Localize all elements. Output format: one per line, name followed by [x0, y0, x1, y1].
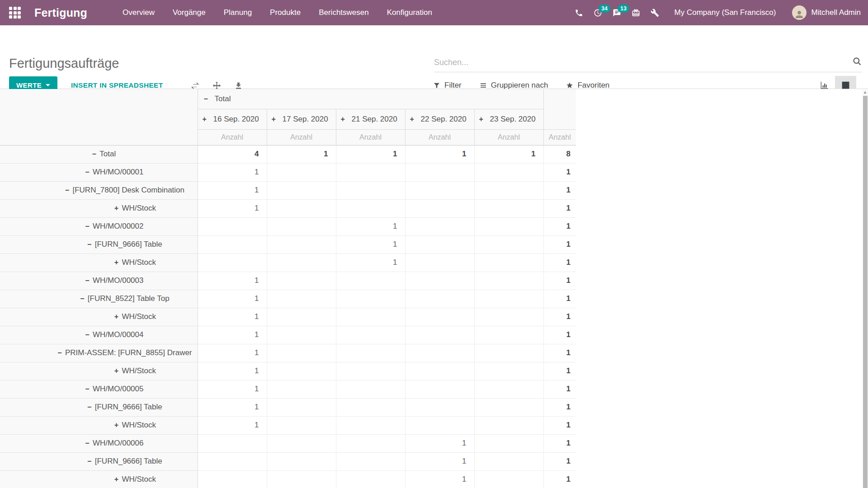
expand-icon[interactable]: +: [272, 115, 283, 123]
scrollbar-thumb[interactable]: [863, 96, 868, 488]
collapse-icon[interactable]: −: [82, 277, 93, 285]
row-header-15[interactable]: +WH/Stock: [0, 416, 198, 434]
row-header-12[interactable]: +WH/Stock: [0, 362, 198, 380]
pivot-table: −Total+16 Sep. 2020+17 Sep. 2020+21 Sep.…: [0, 89, 576, 488]
search-box: [434, 57, 862, 72]
column-header-date-0[interactable]: +16 Sep. 2020: [198, 109, 267, 129]
row-header-3[interactable]: +WH/Stock: [0, 199, 198, 217]
collapse-icon[interactable]: −: [89, 150, 99, 158]
row-header-8[interactable]: −[FURN_8522] Table Top: [0, 290, 198, 308]
value-cell: [267, 452, 336, 470]
table-row: −WH/MO/0000211: [0, 217, 576, 235]
row-header-14[interactable]: −[FURN_9666] Table: [0, 398, 198, 416]
collapse-icon[interactable]: −: [82, 439, 93, 447]
value-cell: [405, 163, 474, 181]
value-cell: 1: [543, 235, 576, 253]
value-cell: [405, 181, 474, 199]
nav-item-overview[interactable]: Overview: [116, 4, 161, 21]
nav-item-berichtswesen[interactable]: Berichtswesen: [312, 4, 375, 21]
value-cell: 1: [198, 398, 267, 416]
measure-header-anzahl[interactable]: Anzahl: [198, 129, 267, 145]
row-header-17[interactable]: −[FURN_9666] Table: [0, 452, 198, 470]
value-cell: [198, 217, 267, 235]
filter-button[interactable]: Filter: [433, 81, 462, 90]
collapse-icon[interactable]: −: [82, 222, 93, 230]
collapse-icon[interactable]: −: [61, 186, 72, 194]
favorites-button[interactable]: Favoriten: [566, 81, 609, 90]
column-header-date-4[interactable]: +23 Sep. 2020: [474, 109, 543, 129]
value-cell: 1: [198, 272, 267, 290]
vertical-scrollbar[interactable]: ▲: [862, 89, 868, 488]
collapse-icon[interactable]: −: [204, 95, 215, 103]
group-by-button[interactable]: Gruppieren nach: [480, 81, 548, 90]
search-options: Filter Gruppieren nach Favoriten: [433, 81, 609, 90]
search-input[interactable]: [434, 58, 853, 67]
row-header-5[interactable]: −[FURN_9666] Table: [0, 235, 198, 253]
row-header-13[interactable]: −WH/MO/00005: [0, 380, 198, 398]
row-header-1[interactable]: −WH/MO/00001: [0, 163, 198, 181]
expand-icon[interactable]: +: [111, 258, 122, 267]
row-header-9[interactable]: +WH/Stock: [0, 308, 198, 326]
apps-menu-icon[interactable]: [8, 6, 22, 19]
measure-header-anzahl[interactable]: Anzahl: [543, 129, 576, 145]
row-header-6[interactable]: +WH/Stock: [0, 253, 198, 272]
expand-icon[interactable]: +: [410, 115, 421, 123]
gift-icon[interactable]: [627, 4, 646, 22]
expand-icon[interactable]: +: [111, 367, 122, 375]
value-cell: [474, 416, 543, 434]
nav-item-vorgänge[interactable]: Vorgänge: [166, 4, 212, 21]
value-cell: [474, 434, 543, 452]
tools-icon[interactable]: [646, 4, 665, 22]
column-header-date-1[interactable]: +17 Sep. 2020: [267, 109, 336, 129]
column-header-date-3[interactable]: +22 Sep. 2020: [405, 109, 474, 129]
row-header-0[interactable]: −Total: [0, 145, 198, 163]
value-cell: 1: [543, 416, 576, 434]
expand-icon[interactable]: +: [341, 115, 352, 123]
value-cell: 1: [405, 145, 474, 163]
measure-header-anzahl[interactable]: Anzahl: [474, 129, 543, 145]
activities-clock-icon[interactable]: 34: [589, 4, 608, 22]
company-switcher[interactable]: My Company (San Francisco): [675, 8, 776, 17]
row-header-2[interactable]: −[FURN_7800] Desk Combination: [0, 181, 198, 199]
expand-icon[interactable]: +: [111, 475, 122, 483]
table-row: −[FURN_9666] Table11: [0, 452, 576, 470]
value-cell: 1: [405, 452, 474, 470]
pivot-head: −Total+16 Sep. 2020+17 Sep. 2020+21 Sep.…: [0, 89, 576, 145]
collapse-icon[interactable]: −: [84, 240, 95, 249]
expand-icon[interactable]: +: [111, 313, 122, 321]
insert-in-spreadsheet-button[interactable]: INSERT IN SPREADSHEET: [71, 81, 163, 89]
nav-item-planung[interactable]: Planung: [217, 4, 258, 21]
row-header-4[interactable]: −WH/MO/00002: [0, 217, 198, 235]
expand-icon[interactable]: +: [479, 115, 490, 123]
phone-icon[interactable]: [570, 4, 589, 22]
scrollbar-up-arrow[interactable]: ▲: [862, 89, 868, 96]
collapse-icon[interactable]: −: [54, 349, 65, 357]
collapse-icon[interactable]: −: [84, 457, 95, 465]
row-header-16[interactable]: −WH/MO/00006: [0, 434, 198, 452]
collapse-icon[interactable]: −: [82, 331, 93, 339]
search-icon[interactable]: [853, 57, 862, 68]
expand-icon[interactable]: +: [203, 115, 213, 123]
row-header-11[interactable]: −PRIM-ASSEM: [FURN_8855] Drawer: [0, 344, 198, 362]
collapse-icon[interactable]: −: [82, 385, 93, 393]
table-row: −Total411118: [0, 145, 576, 163]
collapse-icon[interactable]: −: [84, 403, 95, 411]
nav-item-konfiguration[interactable]: Konfiguration: [381, 4, 439, 21]
app-name[interactable]: Fertigung: [34, 6, 87, 19]
expand-icon[interactable]: +: [111, 421, 122, 429]
collapse-icon[interactable]: −: [77, 295, 88, 303]
measure-header-anzahl[interactable]: Anzahl: [336, 129, 405, 145]
row-header-7[interactable]: −WH/MO/00003: [0, 272, 198, 290]
measure-header-anzahl[interactable]: Anzahl: [405, 129, 474, 145]
user-menu[interactable]: Mitchell Admin: [792, 5, 861, 20]
column-group-total[interactable]: −Total: [198, 89, 543, 109]
nav-item-produkte[interactable]: Produkte: [264, 4, 307, 21]
expand-icon[interactable]: +: [111, 204, 122, 212]
value-cell: [267, 272, 336, 290]
row-header-18[interactable]: +WH/Stock: [0, 470, 198, 488]
row-header-10[interactable]: −WH/MO/00004: [0, 326, 198, 344]
column-header-date-2[interactable]: +21 Sep. 2020: [336, 109, 405, 129]
collapse-icon[interactable]: −: [82, 168, 93, 176]
measure-header-anzahl[interactable]: Anzahl: [267, 129, 336, 145]
messages-icon[interactable]: 13: [608, 4, 627, 22]
